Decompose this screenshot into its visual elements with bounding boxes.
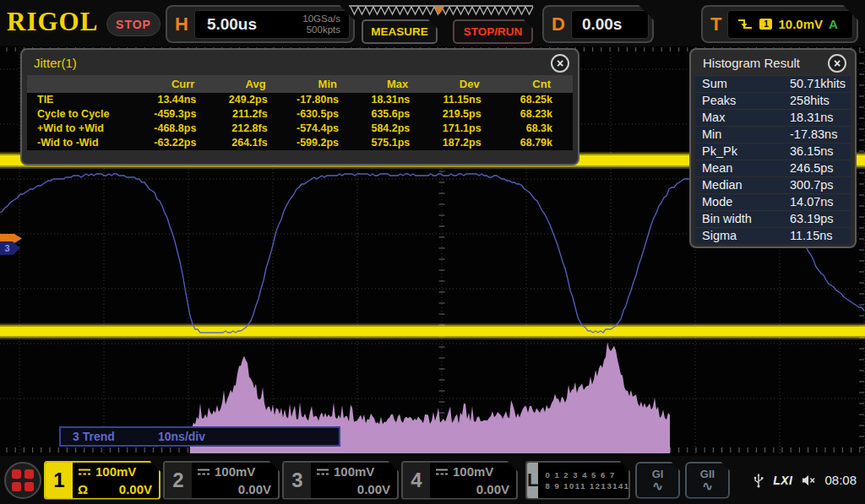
jitter-row: +Wid to +Wid-468.8ps212.8fs-574.4ps584.2… <box>27 122 573 136</box>
histogram-row-label: Min <box>695 127 783 143</box>
histogram-row-value: 63.19ps <box>783 211 851 227</box>
channel-2-number: 2 <box>165 463 192 498</box>
status-cluster: LXI 08:08 <box>753 473 860 488</box>
jitter-cell: 212.8fs <box>216 122 287 136</box>
jitter-col-avg: Avg <box>216 75 287 93</box>
histogram-row: Bin width63.19ps <box>695 210 851 227</box>
histogram-close-button[interactable]: × <box>828 54 846 73</box>
sample-rate: 10GSa/s <box>302 14 340 24</box>
delay-settings-button[interactable]: D 0.00s <box>542 5 654 43</box>
trigger-source-badge: 1 <box>759 19 772 30</box>
jitter-col-label <box>27 75 145 93</box>
jitter-cell: 219.5ps <box>430 107 501 122</box>
histogram-table: Sum50.71khitsPeaks258hitsMax18.31nsMin-1… <box>695 75 851 244</box>
channel-1-number: 1 <box>46 463 73 498</box>
dc-coupling-icon <box>78 468 91 476</box>
histogram-row-label: Mean <box>695 160 783 176</box>
jitter-cell: 11.15ns <box>430 93 501 107</box>
histogram-row: Sum50.71khits <box>695 75 851 92</box>
jitter-cell: -599.2ps <box>288 136 359 150</box>
dc-coupling-icon <box>197 468 210 476</box>
horizontal-settings-button[interactable]: H 5.00us 10GSa/s 500kpts <box>166 5 355 43</box>
histogram-row-label: Peaks <box>695 93 783 109</box>
stop-run-button[interactable]: STOP/RUN <box>453 19 533 44</box>
jitter-row: -Wid to -Wid-63.22ps264.1fs-599.2ps575.1… <box>27 136 573 150</box>
histogram-row: Mode14.07ns <box>695 193 851 210</box>
channel-offset: 0.00V <box>476 483 509 496</box>
trigger-settings-button[interactable]: T 1 10.0mV A <box>701 5 858 43</box>
jitter-row-label: +Wid to +Wid <box>27 122 145 136</box>
rigol-logo: RIGOL <box>7 7 98 37</box>
histogram-row: Max18.31ns <box>695 109 851 126</box>
jitter-col-cnt: Cnt <box>502 75 573 93</box>
timebase-value: 5.00us <box>195 15 302 34</box>
channel-offset: 0.00V <box>357 483 390 496</box>
jitter-close-button[interactable]: × <box>551 54 569 73</box>
falling-edge-icon <box>737 17 753 32</box>
speaker-muted-icon[interactable] <box>801 474 816 487</box>
jitter-cell: 68.25k <box>502 93 573 107</box>
histogram-row-value: 11.15ns <box>783 228 851 244</box>
jitter-row: TIE13.44ns249.2ps-17.80ns18.31ns11.15ns6… <box>27 93 573 107</box>
histogram-row: Sigma11.15ns <box>695 227 851 244</box>
jitter-cell: 584.2ps <box>359 122 430 136</box>
histogram-row-value: 300.7ps <box>783 177 851 193</box>
sine-wave-icon: ∿ <box>702 480 713 491</box>
acquisition-info: 10GSa/s 500kpts <box>302 14 349 35</box>
logic-channels-button[interactable]: L 0 1 2 3 4 5 6 7 8 9 1011 12131415 <box>525 461 630 500</box>
h-label: H <box>171 14 194 35</box>
t-label: T <box>706 14 727 35</box>
channel-1-button[interactable]: 1100mVΩ0.00V <box>44 461 160 500</box>
measure-button[interactable]: MEASURE <box>362 19 438 44</box>
jitter-results-panel: Jitter(1) × CurrAvgMinMaxDevCnt TIE13.44… <box>20 48 579 165</box>
channel-4-number: 4 <box>403 463 430 498</box>
delay-value: 0.00s <box>572 15 623 34</box>
histogram-row-label: Sum <box>695 76 783 92</box>
channel-3-button[interactable]: 3100mV0.00V <box>282 461 399 500</box>
jitter-cell: 635.6ps <box>359 107 430 122</box>
histogram-row-label: Sigma <box>695 228 783 244</box>
jitter-cell: -459.3ps <box>145 107 216 122</box>
histogram-result-panel: Histogram Result × Sum50.71khitsPeaks258… <box>689 48 857 248</box>
jitter-cell: 18.31ns <box>359 93 430 107</box>
channel-2-button[interactable]: 2100mV0.00V <box>163 461 280 500</box>
stop-run-label: STOP/RUN <box>464 25 523 38</box>
channel-offset: 0.00V <box>119 483 152 496</box>
channel-buttons: 1100mVΩ0.00V2100mV0.00V3100mV0.00V4100mV… <box>41 461 518 500</box>
jitter-col-curr: Curr <box>145 75 216 93</box>
impedance-indicator: Ω <box>78 483 88 496</box>
bottom-bar: 1100mVΩ0.00V2100mV0.00V3100mV0.00V4100mV… <box>0 456 865 504</box>
jitter-cell: 187.2ps <box>430 136 501 150</box>
generator2-button[interactable]: GII ∿ <box>685 462 730 499</box>
jitter-cell: 211.2fs <box>216 107 287 122</box>
histogram-row-value: 246.5ps <box>783 160 851 176</box>
clock: 08:08 <box>824 473 857 487</box>
jitter-cell: 249.2ps <box>216 93 287 107</box>
trend-scale-label: 10ns/div <box>158 430 205 443</box>
channel-3-marker: 3 <box>0 241 20 255</box>
generator1-button[interactable]: GI ∿ <box>635 462 680 499</box>
histogram-row-value: -17.83ns <box>783 127 851 143</box>
channel-scale: 100mV <box>453 465 493 479</box>
usb-icon <box>753 473 764 488</box>
jitter-row-label: Cycle to Cycle <box>27 107 145 122</box>
channel-4-button[interactable]: 4100mV0.00V <box>401 461 518 500</box>
jitter-cell: 264.1fs <box>216 136 287 150</box>
trend-channel-marker[interactable]: 3 <box>0 234 24 257</box>
trigger-sweep-mode: A <box>829 17 843 31</box>
jitter-col-min: Min <box>288 75 359 93</box>
logic-digits-row1: 0 1 2 3 4 5 6 7 <box>545 470 630 480</box>
histogram-row: Min-17.83ns <box>695 126 851 143</box>
jitter-cell: 171.1ps <box>430 122 501 136</box>
jitter-row: Cycle to Cycle-459.3ps211.2fs-630.5ps635… <box>27 107 573 122</box>
sine-wave-icon: ∿ <box>652 480 663 491</box>
histogram-row-value: 14.07ns <box>783 194 851 210</box>
d-label: D <box>547 14 571 35</box>
trend-info-box: 3 Trend 10ns/div <box>59 426 340 447</box>
jitter-col-dev: Dev <box>430 75 501 93</box>
memory-depth: 500kpts <box>302 24 340 35</box>
jitter-cell: 68.3k <box>502 122 573 136</box>
top-bar: RIGOL STOP H 5.00us 10GSa/s 500kpts MEAS… <box>0 0 865 46</box>
jitter-cell: 68.79k <box>502 136 573 150</box>
main-menu-button[interactable] <box>4 462 41 499</box>
